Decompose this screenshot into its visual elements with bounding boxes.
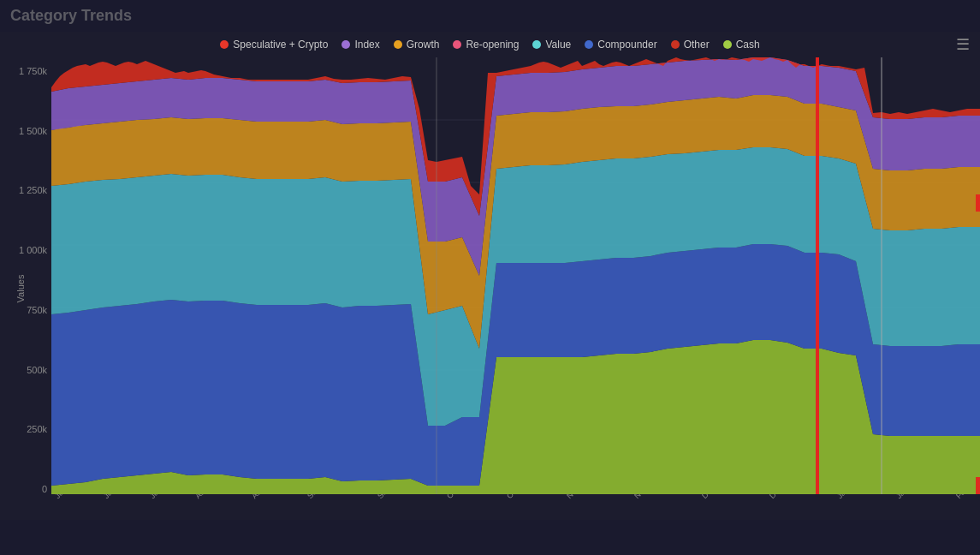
x-axis-label: September 19, 2021 <box>376 494 431 500</box>
legend-label: Re-opening <box>466 39 519 51</box>
y-axis-label: 1 750k <box>0 66 51 76</box>
x-axis-label: July 01, 2021 <box>102 494 140 500</box>
legend-dot <box>723 40 732 49</box>
y-axis: 1 750k1 500k1 250k1 000k750k500k250k0 <box>0 57 51 520</box>
y-axis-label: 250k <box>0 424 51 434</box>
svg-marker-10 <box>816 57 819 494</box>
page-header: Category Trends <box>0 0 980 32</box>
x-axis-label: December 24, 2021 <box>768 494 822 500</box>
legend-wrapper: Speculative + CryptoIndexGrowthRe-openin… <box>0 32 980 57</box>
chart-svg <box>51 57 980 494</box>
x-axis-label: August 02, 2021 <box>193 494 239 500</box>
legend-item-compounder: Compounder <box>585 39 656 51</box>
legend-item-cash: Cash <box>723 39 760 51</box>
legend-item-index: Index <box>342 39 379 51</box>
chart-area: Values 1 750k1 500k1 250k1 000k750k500k2… <box>0 57 980 520</box>
y-axis-label: 1 250k <box>0 185 51 195</box>
x-axis-label: October 21, 2021 <box>505 494 553 500</box>
legend-label: Cash <box>736 39 760 51</box>
svg-marker-11 <box>976 194 980 212</box>
legend-label: Index <box>354 39 379 51</box>
svg-marker-12 <box>976 477 980 494</box>
legend-dot <box>671 40 680 49</box>
legend-dot <box>532 40 541 49</box>
legend-item-speculative---crypto: Speculative + Crypto <box>220 39 328 51</box>
legend-label: Compounder <box>597 39 656 51</box>
legend-label: Other <box>684 39 710 51</box>
x-axis-label: June 15, 2021 <box>53 494 93 500</box>
y-axis-label: 750k <box>0 305 51 315</box>
x-axis-label: January 25, 2022 <box>894 494 942 500</box>
legend-item-re-opening: Re-opening <box>453 39 519 51</box>
x-axis-label: August 18, 2021 <box>250 494 295 500</box>
page-title: Category Trends <box>10 7 132 25</box>
legend-item-value: Value <box>532 39 571 51</box>
x-axis-label: December 08, 2021 <box>700 494 754 500</box>
x-axis-label: October 05, 2021 <box>445 494 493 500</box>
x-axis-label: July 17, 2021 <box>148 494 187 500</box>
x-axis-label: November 06, 2021 <box>565 494 619 500</box>
x-axis-label: September 03, 2021 <box>306 494 361 500</box>
y-axis-label: 0 <box>0 484 51 494</box>
legend-dot <box>220 40 229 49</box>
x-axis: June 15, 2021July 01, 2021July 17, 2021A… <box>51 494 980 520</box>
x-axis-label: November 22, 2021 <box>633 494 686 500</box>
legend-label: Growth <box>407 39 440 51</box>
legend-label: Value <box>545 39 571 51</box>
legend-dot <box>342 40 350 49</box>
chart-legend: Speculative + CryptoIndexGrowthRe-openin… <box>0 32 980 57</box>
y-axis-label: 500k <box>0 365 51 375</box>
x-axis-label: February 10, 2022 <box>954 494 980 500</box>
legend-dot <box>453 40 461 49</box>
x-axis-label: January 09, 2022 <box>835 494 883 500</box>
y-axis-label: 1 500k <box>0 126 51 136</box>
legend-item-other: Other <box>671 39 710 51</box>
legend-label: Speculative + Crypto <box>233 39 328 51</box>
chart-plot <box>51 57 980 494</box>
legend-dot <box>394 40 402 49</box>
chart-menu-icon[interactable]: ☰ <box>956 35 970 54</box>
legend-dot <box>585 40 593 49</box>
legend-item-growth: Growth <box>394 39 440 51</box>
y-axis-label: 1 000k <box>0 245 51 255</box>
